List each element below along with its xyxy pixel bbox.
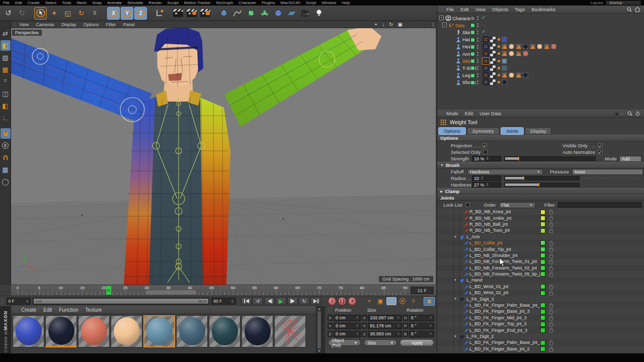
hardness-slider[interactable] — [504, 183, 580, 187]
lock-icon[interactable] — [549, 321, 553, 327]
add-floor-button[interactable] — [285, 7, 298, 20]
material-tag[interactable] — [522, 72, 529, 78]
pan-icon[interactable]: + — [374, 22, 377, 28]
brush-section-header[interactable]: ▼Brush — [437, 162, 644, 168]
menu-sculpt[interactable]: Sculpt — [168, 1, 179, 5]
path-icon[interactable] — [635, 7, 640, 12]
menu-plugins[interactable]: Plugins — [262, 1, 275, 5]
lock-icon[interactable] — [549, 284, 553, 290]
mat-teal-swatch[interactable] — [209, 315, 240, 347]
start-frame-field[interactable]: 0 F⇕ — [7, 298, 31, 305]
lock-icon[interactable] — [549, 215, 553, 221]
tree-row-arms[interactable]: Arms — [437, 50, 644, 57]
add-cube-button[interactable] — [217, 7, 230, 20]
menu-select[interactable]: Select — [45, 1, 56, 5]
joint-row-l_fk_digit_2[interactable]: ▾L_FK_Digit_2 — [437, 333, 644, 339]
weight-color-swatch[interactable] — [540, 253, 545, 258]
add-camera-button[interactable] — [299, 7, 311, 20]
panel-grip[interactable] — [328, 308, 332, 313]
am-menu-edit[interactable]: Edit — [465, 111, 473, 116]
lock-x-axis-button[interactable]: X — [107, 7, 120, 20]
render-settings-button[interactable] — [199, 7, 211, 20]
mat-darknavy-swatch[interactable] — [242, 315, 273, 347]
weight-color-swatch[interactable] — [540, 265, 545, 270]
magnet-button[interactable]: U — [1, 152, 11, 163]
material-tag[interactable] — [501, 36, 508, 43]
material-tag[interactable] — [515, 43, 522, 50]
weight-color-swatch[interactable] — [540, 228, 545, 233]
viewport-menu-panel[interactable]: Panel — [123, 22, 134, 27]
phong-tag[interactable] — [497, 43, 501, 50]
move-button[interactable]: + — [48, 7, 60, 20]
weight-color-swatch[interactable] — [540, 247, 545, 252]
joint-row-r_bd_nb_ball_jnt[interactable]: R_BD_NB_Ball_jnt — [437, 221, 644, 227]
material-tag[interactable] — [522, 50, 529, 57]
play-reverse-button[interactable]: ↺ — [253, 297, 263, 305]
mat-peach-swatch[interactable] — [111, 315, 142, 347]
key-rotation-toggle[interactable]: ◯ — [386, 297, 396, 305]
joint-row-l_bd_fk_finger_base_jnt_2[interactable]: L_BD_FK_Finger_Base_jnt_2 — [437, 346, 644, 352]
mode-dropdown[interactable]: Add — [619, 156, 641, 162]
material-tag[interactable] — [515, 50, 522, 57]
panel-grip[interactable] — [439, 7, 443, 12]
om-menu-view[interactable]: View — [475, 7, 486, 12]
tree-row-geo[interactable]: −LoGeo — [437, 22, 644, 29]
menu-maxtoc4d[interactable]: MaxToC4D — [280, 1, 300, 5]
history-back-icon[interactable]: ◀ — [614, 111, 618, 116]
render-settings-quick-button[interactable] — [185, 7, 198, 20]
redo-button[interactable]: ↻ — [16, 7, 28, 20]
phong-tag[interactable] — [497, 72, 501, 78]
add-environment-button[interactable] — [272, 7, 284, 20]
add-light-button[interactable] — [312, 7, 325, 20]
apply-button[interactable]: Apply — [400, 339, 434, 346]
tweak-mode-button[interactable] — [1, 128, 11, 139]
workplane-button[interactable]: ◯ — [1, 176, 11, 187]
model-mode-button[interactable]: ◧ — [1, 40, 11, 51]
mat-blue-swatch[interactable] — [13, 315, 44, 347]
texture-mode-button[interactable]: ▨ — [1, 52, 11, 63]
rot-b-field[interactable]: 0 °⇕ — [409, 331, 434, 337]
record-autokey-button[interactable]: ( ) — [338, 297, 346, 305]
editor-render-dots[interactable] — [477, 59, 478, 63]
menu-script[interactable]: Script — [306, 1, 316, 5]
joint-row-l_bd_wrist_02_jnt[interactable]: L_BD_Wrist_02_jnt — [437, 290, 644, 296]
weight-tag[interactable] — [482, 65, 489, 71]
rotate-button[interactable]: ↻ — [75, 7, 88, 20]
weight-color-swatch[interactable] — [540, 291, 545, 296]
pos-z-field[interactable]: 0 cm⇕ — [334, 331, 361, 337]
current-frame-marker[interactable]: 21 — [106, 286, 111, 295]
add-deformer-button[interactable] — [258, 7, 271, 20]
material-tag[interactable] — [501, 72, 508, 78]
om-menu-file[interactable]: File — [446, 7, 454, 12]
timeline-range-slider[interactable]: 0 F90 F — [33, 298, 209, 305]
rot-h-field[interactable]: 0 °⇕ — [409, 315, 434, 321]
joint-row-l_bd_nb_shoulder_jnt[interactable]: L_BD_NB_Shoulder_jnt — [437, 252, 644, 258]
uv-tag[interactable] — [490, 72, 496, 78]
pos-x-field[interactable]: 0 cm⇕ — [334, 315, 361, 321]
visibility-toggle[interactable] — [470, 73, 475, 78]
tree-row-legs[interactable]: Legs — [437, 72, 644, 79]
material-tag[interactable] — [508, 43, 515, 50]
record-keyframe-button[interactable]: / — [328, 297, 336, 305]
coord-size-dropdown[interactable]: Size▼ — [364, 339, 397, 346]
edges-mode-button[interactable]: ◫ — [1, 88, 11, 99]
lock-icon[interactable] — [549, 240, 553, 246]
snap-mode-button[interactable]: S — [1, 140, 11, 151]
points-mode-button[interactable]: ⠛ — [1, 76, 11, 87]
joint-row-l_arm[interactable]: ▾L_Arm — [437, 234, 644, 240]
mat-steelblue-swatch[interactable] — [143, 315, 175, 347]
tree-row-skin[interactable]: Skin✓ — [437, 29, 644, 36]
convert-button[interactable]: ⇄ — [1, 28, 11, 39]
coordinate-system-button[interactable] — [153, 7, 166, 20]
tab-joints[interactable]: Joints — [501, 127, 524, 135]
lock-icon[interactable] — [549, 209, 553, 215]
panel-grip[interactable] — [439, 111, 443, 116]
menu-mesh[interactable]: Mesh — [77, 1, 87, 5]
visibility-toggle[interactable] — [470, 52, 475, 56]
joint-row-l_bd_fk_finger_palm_base_jnt_3[interactable]: L_BD_FK_Finger_Palm_Base_jnt_3 — [437, 302, 644, 308]
material-tag[interactable] — [515, 72, 522, 78]
material-tag[interactable] — [508, 50, 515, 57]
material-tag[interactable] — [501, 43, 508, 50]
editor-render-dots[interactable] — [477, 38, 478, 42]
lock-icon[interactable] — [549, 222, 553, 227]
